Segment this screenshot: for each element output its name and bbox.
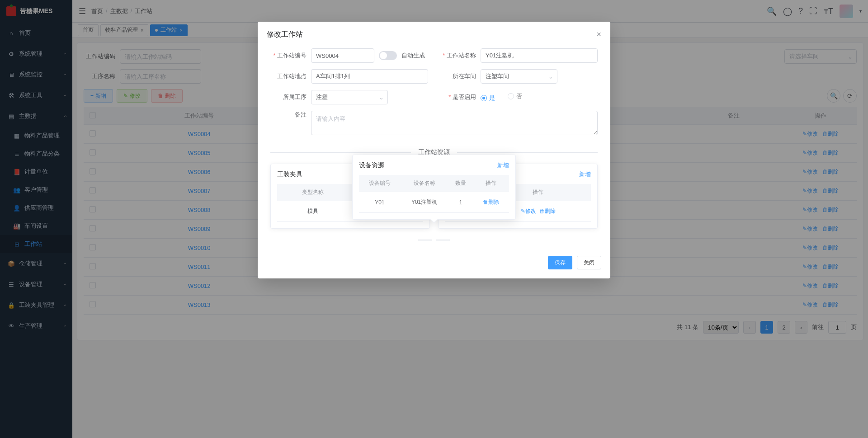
scroll-indicator [270, 240, 598, 240]
dialog-body: 工作站编号 自动生成 工作站名称 工作站地点 所在车间 [258, 44, 610, 250]
location-input[interactable] [311, 69, 428, 84]
code-input[interactable] [311, 48, 374, 63]
field-process: 所属工序 注塑 [270, 90, 428, 104]
right-edit-action[interactable]: ✎修改 [521, 208, 536, 214]
modal-overlay: 修改工作站 × 工作站编号 自动生成 工作站名称 工作站地点 [0, 0, 868, 438]
right-add-link[interactable]: 新增 [579, 170, 591, 179]
enable-no-radio[interactable]: 否 [508, 92, 522, 100]
workshop-select[interactable]: 注塑车间 [481, 69, 557, 84]
edit-workstation-dialog: 修改工作站 × 工作站编号 自动生成 工作站名称 工作站地点 [258, 22, 610, 278]
field-workshop: 所在车间 注塑车间 [440, 69, 598, 84]
equipment-popover: 设备资源 新增 设备编号 设备名称 数量 操作 Y01 Y01注塑机 [352, 155, 516, 220]
auto-gen-switch[interactable] [379, 51, 397, 60]
equip-add-link[interactable]: 新增 [497, 161, 509, 170]
save-button[interactable]: 保存 [548, 256, 572, 269]
enable-yes-radio[interactable]: 是 [481, 94, 495, 102]
dialog-title: 修改工作站 [267, 30, 303, 39]
field-name: 工作站名称 [440, 48, 598, 63]
process-select[interactable]: 注塑 [311, 90, 388, 104]
equip-delete-action[interactable]: 🗑删除 [483, 199, 499, 205]
close-icon[interactable]: × [596, 30, 601, 39]
remark-textarea[interactable] [311, 111, 598, 135]
field-enable: 是否启用 是 否 [440, 90, 598, 104]
right-delete-action[interactable]: 🗑删除 [539, 208, 556, 214]
field-code: 工作站编号 自动生成 [270, 48, 428, 63]
field-remark: 备注 [270, 111, 598, 137]
close-button[interactable]: 关闭 [577, 256, 601, 269]
resource-row: 工装夹具 类型名称 数量 模具 1 ✎ [270, 164, 598, 229]
dialog-footer: 保存 关闭 [258, 250, 610, 278]
field-location: 工作站地点 [270, 69, 428, 84]
name-input[interactable] [481, 48, 598, 63]
equip-row: Y01 Y01注塑机 1 🗑删除 [359, 192, 509, 213]
dialog-header: 修改工作站 × [258, 22, 610, 44]
